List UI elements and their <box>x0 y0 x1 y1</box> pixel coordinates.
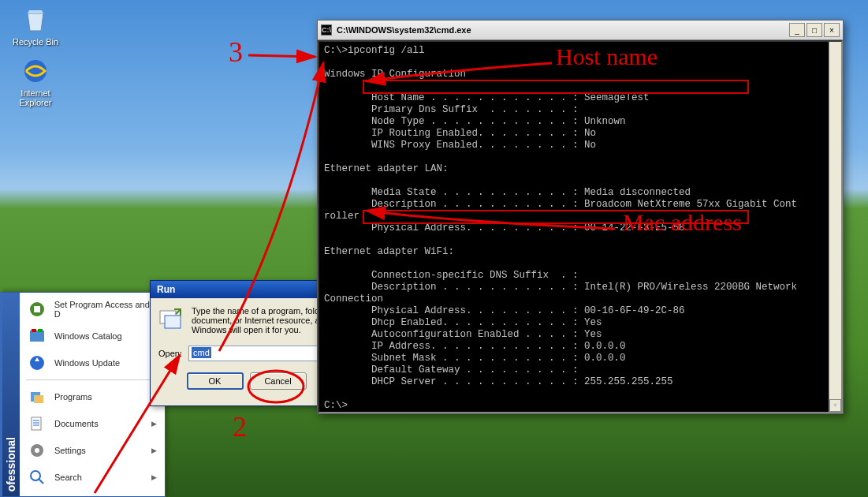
svg-rect-9 <box>32 417 41 430</box>
update-icon <box>28 353 47 372</box>
separator <box>26 379 158 380</box>
cmd-icon: C:\ <box>321 24 332 36</box>
start-item-programs[interactable]: Programs ▶ <box>20 383 165 410</box>
cmd-title-text: C:\WINDOWS\system32\cmd.exe <box>337 25 471 35</box>
scroll-down-button[interactable]: ▼ <box>829 399 841 412</box>
start-item-help[interactable]: ? Help and Support <box>20 491 165 497</box>
cmd-window: C:\ C:\WINDOWS\system32\cmd.exe _ □ × C:… <box>317 20 844 414</box>
svg-point-11 <box>35 448 39 453</box>
desktop-icon-label: Recycle Bin <box>13 37 58 47</box>
svg-rect-2 <box>34 306 40 312</box>
run-dialog: Run Type the name of a program, folder, … <box>150 280 343 406</box>
cmd-scrollbar[interactable]: ▲ ▼ <box>829 42 841 412</box>
start-menu-list: Set Program Access and D Windows Catalog… <box>20 293 165 496</box>
svg-point-0 <box>24 60 47 82</box>
cancel-button[interactable]: Cancel <box>250 372 307 390</box>
start-item-windows-catalog[interactable]: Windows Catalog <box>20 323 165 349</box>
desktop-icon-internet-explorer[interactable]: Internet Explorer <box>8 55 63 107</box>
start-item-program-access[interactable]: Set Program Access and D <box>20 296 165 323</box>
annotation-step-3: 3 <box>229 36 243 69</box>
svg-rect-3 <box>30 331 44 342</box>
chevron-right-icon: ▶ <box>151 420 157 428</box>
desktop-icon-recycle-bin[interactable]: Recycle Bin <box>8 4 63 47</box>
svg-rect-4 <box>32 329 36 332</box>
svg-rect-8 <box>34 395 43 403</box>
documents-icon <box>28 414 47 433</box>
ok-button[interactable]: OK <box>187 372 244 390</box>
start-item-label: Documents <box>54 419 99 428</box>
run-open-label: Open: <box>158 349 182 358</box>
start-item-label: Set Program Access and D <box>54 300 157 319</box>
svg-rect-17 <box>165 316 181 328</box>
start-item-label: Settings <box>54 446 86 455</box>
run-dialog-title: Run <box>151 281 342 298</box>
cmd-output[interactable]: C:\>ipconfig /all Windows IP Configurati… <box>318 40 843 413</box>
program-access-icon <box>28 300 47 319</box>
start-item-label: Programs <box>54 392 92 402</box>
recycle-bin-icon <box>20 4 51 36</box>
start-menu: ofessional Set Program Access and D Wind… <box>0 292 166 497</box>
start-item-label: Search <box>54 473 82 482</box>
minimize-button[interactable]: _ <box>789 23 805 37</box>
start-item-settings[interactable]: Settings ▶ <box>20 437 165 464</box>
start-item-documents[interactable]: Documents ▶ <box>20 410 165 437</box>
maximize-button[interactable]: □ <box>807 23 822 37</box>
run-description: Type the name of a program, folder, docu… <box>192 306 334 334</box>
svg-line-18 <box>248 55 315 57</box>
close-button[interactable]: × <box>824 23 840 37</box>
settings-icon <box>28 441 47 460</box>
run-icon <box>158 306 184 333</box>
svg-rect-5 <box>38 329 43 332</box>
run-input[interactable]: cmd <box>188 346 334 361</box>
svg-line-13 <box>39 479 43 484</box>
catalog-icon <box>28 327 47 346</box>
annotation-step-2: 2 <box>233 410 247 443</box>
start-item-label: Windows Catalog <box>54 331 122 341</box>
scroll-track[interactable] <box>829 54 841 399</box>
desktop-icon-label: Internet Explorer <box>20 88 52 107</box>
programs-icon <box>28 387 47 406</box>
start-item-label: Windows Update <box>54 358 120 368</box>
search-icon <box>28 468 47 487</box>
start-item-search[interactable]: Search ▶ <box>20 464 165 491</box>
cmd-titlebar[interactable]: C:\ C:\WINDOWS\system32\cmd.exe _ □ × <box>318 21 843 40</box>
ie-icon <box>20 55 51 87</box>
start-item-windows-update[interactable]: Windows Update <box>20 349 165 376</box>
start-menu-edge: ofessional <box>2 293 20 496</box>
chevron-right-icon: ▶ <box>151 447 157 454</box>
chevron-right-icon: ▶ <box>151 473 157 481</box>
